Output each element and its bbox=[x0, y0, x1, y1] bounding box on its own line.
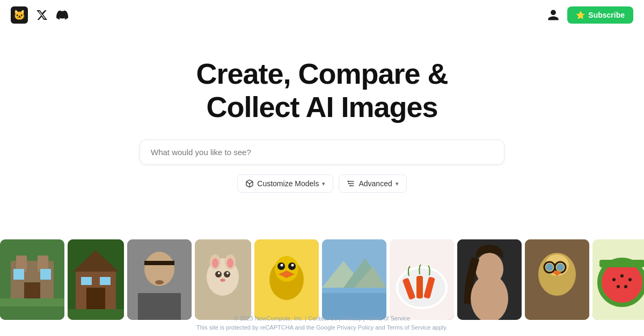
advanced-button[interactable]: Advanced ▾ bbox=[339, 174, 406, 193]
svg-rect-17 bbox=[0, 298, 64, 306]
header-right: ⭐ Subscribe bbox=[546, 6, 633, 24]
svg-point-72 bbox=[557, 264, 564, 271]
gallery-item[interactable] bbox=[525, 239, 589, 320]
gallery-item[interactable] bbox=[195, 239, 251, 320]
gallery-item[interactable] bbox=[127, 239, 192, 320]
svg-point-49 bbox=[291, 264, 294, 267]
gallery-item[interactable] bbox=[390, 239, 454, 320]
svg-point-82 bbox=[617, 285, 620, 288]
svg-point-6 bbox=[348, 181, 349, 182]
svg-point-38 bbox=[215, 271, 222, 277]
svg-point-48 bbox=[281, 264, 283, 267]
svg-point-79 bbox=[612, 278, 616, 281]
hero-title: Create, Compare & Collect AI Images bbox=[196, 57, 448, 123]
cube-icon bbox=[245, 179, 254, 188]
svg-point-81 bbox=[628, 278, 632, 281]
svg-text:🐱: 🐱 bbox=[13, 9, 26, 21]
svg-point-37 bbox=[227, 258, 233, 268]
svg-point-8 bbox=[350, 185, 352, 187]
svg-rect-15 bbox=[40, 269, 51, 280]
copyright: © 2023 NewCompute, Inc. bbox=[234, 315, 303, 322]
svg-rect-78 bbox=[599, 260, 644, 267]
svg-point-83 bbox=[624, 285, 627, 288]
contact-link[interactable]: Contact Us bbox=[308, 315, 337, 322]
svg-rect-61 bbox=[416, 276, 423, 298]
gallery-item[interactable] bbox=[0, 239, 64, 320]
svg-point-29 bbox=[155, 280, 164, 284]
user-menu-button[interactable] bbox=[546, 8, 561, 23]
svg-rect-14 bbox=[13, 269, 24, 280]
controls-row: Customize Models ▾ Advanced ▾ bbox=[237, 174, 406, 193]
svg-point-42 bbox=[220, 279, 225, 282]
svg-point-41 bbox=[226, 272, 229, 274]
search-container bbox=[140, 140, 504, 165]
svg-rect-23 bbox=[100, 277, 111, 285]
svg-point-7 bbox=[348, 183, 350, 185]
gallery-item[interactable] bbox=[457, 239, 522, 320]
gallery-item[interactable] bbox=[322, 239, 386, 320]
subscribe-icon: ⭐ bbox=[576, 11, 585, 19]
privacy-link[interactable]: Privacy bbox=[342, 315, 361, 322]
gallery-item[interactable] bbox=[592, 239, 644, 320]
twitter-link[interactable] bbox=[35, 9, 48, 21]
terms-link[interactable]: Terms of Service bbox=[366, 315, 410, 322]
discord-link[interactable] bbox=[56, 9, 69, 21]
footer: © 2023 NewCompute, Inc. | Contact Us | P… bbox=[0, 314, 644, 333]
svg-point-36 bbox=[212, 258, 218, 268]
footer-links: © 2023 NewCompute, Inc. | Contact Us | P… bbox=[0, 314, 644, 324]
hero-section: Create, Compare & Collect AI Images Cust… bbox=[0, 30, 644, 193]
svg-point-80 bbox=[620, 274, 624, 277]
svg-point-39 bbox=[224, 271, 230, 277]
subscribe-button[interactable]: ⭐ Subscribe bbox=[567, 6, 633, 24]
search-input[interactable] bbox=[140, 140, 504, 165]
svg-rect-22 bbox=[81, 277, 92, 285]
header-left: 🐱 bbox=[11, 6, 69, 24]
sliders-icon bbox=[347, 179, 355, 188]
subscribe-label: Subscribe bbox=[588, 11, 625, 19]
customize-models-button[interactable]: Customize Models ▾ bbox=[237, 174, 333, 193]
advanced-label: Advanced bbox=[358, 179, 392, 188]
svg-rect-28 bbox=[144, 261, 174, 265]
svg-point-71 bbox=[546, 264, 553, 271]
image-gallery bbox=[0, 239, 644, 320]
app-logo[interactable]: 🐱 bbox=[11, 6, 28, 24]
customize-models-label: Customize Models bbox=[257, 179, 319, 188]
gallery-item[interactable] bbox=[68, 239, 124, 320]
header: 🐱 ⭐ Subscribe bbox=[0, 0, 644, 30]
svg-rect-21 bbox=[86, 288, 105, 309]
svg-point-40 bbox=[218, 272, 220, 274]
customize-models-chevron: ▾ bbox=[322, 180, 325, 187]
recaptcha-notice: This site is protected by reCAPTCHA and … bbox=[0, 323, 644, 333]
advanced-chevron: ▾ bbox=[396, 180, 399, 187]
gallery-item[interactable] bbox=[254, 239, 319, 320]
